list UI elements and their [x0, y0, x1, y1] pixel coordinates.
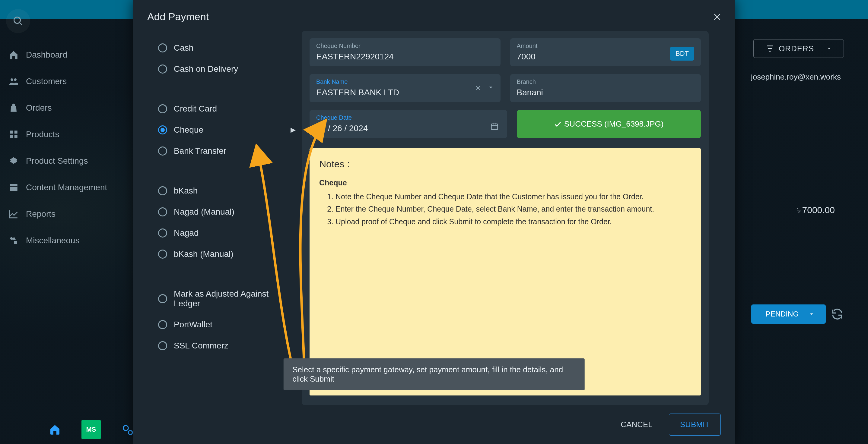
- notes-step: Enter the Cheque Number, Cheque Date, se…: [336, 203, 691, 215]
- sidebar-item-dashboard[interactable]: Dashboard: [8, 42, 133, 68]
- sidebar-item-reports[interactable]: Reports: [8, 201, 133, 227]
- method-bkash-manual[interactable]: bKash (Manual): [158, 249, 296, 259]
- field-label: Cheque Date: [316, 114, 500, 121]
- svg-rect-5: [14, 131, 18, 134]
- method-label: Cash on Delivery: [174, 64, 238, 74]
- sidebar-item-products[interactable]: Products: [8, 122, 133, 147]
- sidebar-item-customers[interactable]: Customers: [8, 69, 133, 94]
- sidebar-item-content[interactable]: Content Management: [8, 175, 133, 200]
- sidebar-item-orders[interactable]: Orders: [8, 95, 133, 121]
- modal-title: Add Payment: [147, 11, 209, 23]
- svg-rect-9: [10, 184, 18, 191]
- status-label: PENDING: [766, 310, 799, 318]
- ms-badge[interactable]: MS: [82, 420, 101, 439]
- method-nagad[interactable]: Nagad: [158, 228, 296, 238]
- sidebar-item-label: Reports: [26, 209, 56, 219]
- svg-line-1: [20, 23, 22, 25]
- chart-icon: [8, 209, 19, 219]
- grid-icon: [8, 129, 19, 140]
- refresh-icon[interactable]: [831, 307, 844, 321]
- method-ledger[interactable]: Mark as Adjusted Against Ledger: [158, 289, 296, 308]
- method-label: PortWallet: [174, 320, 212, 330]
- svg-point-11: [10, 237, 13, 240]
- method-label: Cheque: [174, 125, 203, 135]
- method-portwallet[interactable]: PortWallet: [158, 320, 296, 330]
- bottom-toolbar: MS: [45, 420, 137, 439]
- svg-rect-6: [10, 135, 13, 138]
- branch-field[interactable]: Branch Banani: [510, 74, 701, 102]
- cheque-date-field[interactable]: Cheque Date 09 / 26 / 2024: [310, 110, 507, 138]
- svg-rect-4: [10, 131, 13, 134]
- cheque-number-field[interactable]: Cheque Number EASTERN22920124: [310, 38, 500, 66]
- cheque-form-panel: Cheque Number EASTERN22920124 Amount 700…: [302, 31, 709, 405]
- order-amount-value: 7000.00: [802, 205, 835, 215]
- notes-step: Upload proof of Cheque and click Submit …: [336, 216, 691, 228]
- status-select[interactable]: PENDING: [751, 304, 826, 324]
- svg-rect-7: [14, 135, 18, 138]
- sidebar-item-misc[interactable]: Miscellaneous: [8, 228, 133, 253]
- notes-subheading: Cheque: [319, 177, 691, 189]
- user-email: josephine.roy@xen.works: [751, 72, 841, 82]
- method-label: SSL Commerz: [174, 341, 228, 350]
- check-icon: [554, 120, 562, 128]
- method-nagad-manual[interactable]: Nagad (Manual): [158, 207, 296, 217]
- field-label: Amount: [517, 42, 694, 49]
- method-bank-transfer[interactable]: Bank Transfer: [158, 146, 296, 156]
- submit-button[interactable]: SUBMIT: [669, 414, 721, 436]
- svg-point-3: [14, 78, 17, 81]
- chevron-down-icon: [809, 311, 814, 317]
- method-label: Bank Transfer: [174, 146, 226, 156]
- search-button[interactable]: [6, 9, 30, 33]
- method-cash[interactable]: Cash: [158, 43, 296, 53]
- currency-badge: BDT: [670, 47, 694, 61]
- caret-right-icon: ▶: [290, 126, 296, 134]
- caret-down-icon: [826, 46, 832, 51]
- cheque-date-value: 09 / 26 / 2024: [316, 124, 368, 133]
- people-icon: [8, 76, 19, 87]
- branch-value: Banani: [517, 88, 543, 97]
- close-icon[interactable]: [712, 12, 722, 22]
- svg-rect-19: [491, 124, 497, 130]
- order-total: ৳7000.00: [797, 205, 835, 215]
- home-button[interactable]: [45, 420, 65, 439]
- home-icon: [8, 50, 19, 60]
- caret-down-icon[interactable]: [488, 84, 494, 91]
- method-label: Mark as Adjusted Against Ledger: [174, 289, 273, 308]
- method-cheque[interactable]: Cheque▶: [158, 125, 296, 135]
- shapes-icon: [8, 235, 19, 246]
- home-icon: [49, 423, 61, 436]
- layout-icon: [8, 182, 19, 193]
- svg-point-14: [128, 431, 132, 434]
- method-cod[interactable]: Cash on Delivery: [158, 64, 296, 74]
- sidebar-item-label: Products: [26, 130, 59, 139]
- upload-success-label: SUCCESS (IMG_6398.JPG): [564, 119, 663, 129]
- filter-icon: [766, 44, 774, 53]
- method-label: Cash: [174, 43, 193, 53]
- upload-success-button[interactable]: SUCCESS (IMG_6398.JPG): [517, 110, 701, 138]
- field-label: Branch: [517, 78, 694, 85]
- sidebar-item-label: Orders: [26, 103, 52, 113]
- clear-icon[interactable]: [474, 84, 482, 92]
- method-credit-card[interactable]: Credit Card: [158, 104, 296, 114]
- method-ssl[interactable]: SSL Commerz: [158, 341, 296, 350]
- amount-value: 7000: [517, 52, 535, 61]
- svg-point-2: [10, 78, 13, 81]
- notes-heading: Notes :: [319, 157, 691, 171]
- method-label: Nagad (Manual): [174, 207, 235, 217]
- field-label: Bank Name: [316, 78, 494, 85]
- bank-name-select[interactable]: Bank Name: [310, 74, 500, 102]
- sidebar-item-label: Customers: [26, 76, 67, 86]
- method-label: Nagad: [174, 228, 199, 238]
- cancel-button[interactable]: CANCEL: [612, 414, 661, 435]
- instruction-tooltip: Select a specific payment gateway, set p…: [283, 358, 585, 390]
- orders-filter-button[interactable]: ORDERS: [753, 39, 844, 58]
- bank-name-input[interactable]: [316, 88, 494, 97]
- notes-step: Note the Cheque Number and Cheque Date t…: [336, 191, 691, 203]
- amount-field[interactable]: Amount 7000 BDT: [510, 38, 701, 66]
- calendar-icon[interactable]: [490, 122, 499, 131]
- sidebar-item-label: Miscellaneous: [26, 236, 79, 245]
- sidebar-item-product-settings[interactable]: Product Settings: [8, 148, 133, 174]
- sidebar-item-label: Dashboard: [26, 50, 67, 60]
- method-label: bKash: [174, 186, 197, 196]
- method-bkash[interactable]: bKash: [158, 186, 296, 196]
